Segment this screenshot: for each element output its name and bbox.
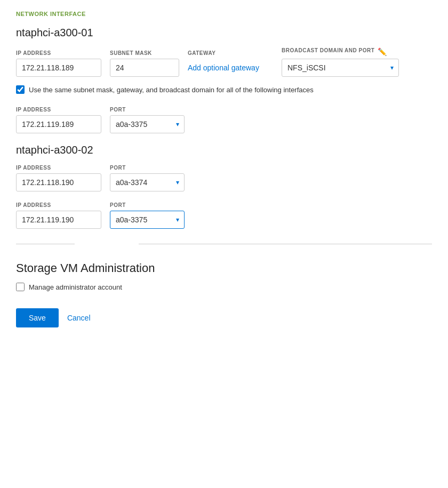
- node1-ip-group: IP ADDRESS: [16, 50, 101, 77]
- node1-sub-fields: IP ADDRESS PORT a0a-3375 a0a-3374 e0a e0…: [16, 107, 432, 133]
- node2-int2-port-select[interactable]: a0a-3375 a0a-3374 e0a e0b: [110, 211, 185, 229]
- node2-int2-fields: IP ADDRESS PORT a0a-3375 a0a-3374 e0a e0…: [16, 202, 432, 229]
- node2-interface1: IP ADDRESS PORT a0a-3374 a0a-3375 e0a e0…: [16, 165, 432, 191]
- node2-int1-port-wrapper: a0a-3374 a0a-3375 e0a e0b ▾: [110, 173, 185, 191]
- node1-broadcast-group: BROADCAST DOMAIN AND PORT ✏️ NFS_iSCSI D…: [282, 47, 399, 77]
- node1-section: ntaphci-a300-01 IP ADDRESS SUBNET MASK G…: [16, 27, 432, 133]
- node2-title: ntaphci-a300-02: [16, 144, 432, 156]
- node1-broadcast-select[interactable]: NFS_iSCSI Default: [282, 59, 399, 77]
- storage-vm-section: Storage VM Administration Manage adminis…: [16, 261, 432, 327]
- node1-title: ntaphci-a300-01: [16, 27, 432, 39]
- same-subnet-row: Use the same subnet mask, gateway, and b…: [16, 85, 432, 94]
- node1-sub-port-group: PORT a0a-3375 a0a-3374 e0a e0b ▾: [110, 107, 185, 133]
- node1-sub-ip-label: IP ADDRESS: [16, 107, 101, 113]
- section-dividers: [16, 239, 432, 244]
- node2-int1-port-select[interactable]: a0a-3374 a0a-3375 e0a e0b: [110, 173, 185, 191]
- cancel-button[interactable]: Cancel: [67, 308, 91, 327]
- node2-section: ntaphci-a300-02 IP ADDRESS PORT a0a-3374…: [16, 144, 432, 229]
- node1-sub-ip-group: IP ADDRESS: [16, 107, 101, 133]
- node1-broadcast-wrapper: NFS_iSCSI Default ▾: [282, 59, 399, 77]
- same-subnet-label: Use the same subnet mask, gateway, and b…: [29, 86, 314, 94]
- manage-admin-checkbox[interactable]: [16, 283, 25, 291]
- node2-int2-ip-group: IP ADDRESS: [16, 202, 101, 229]
- node1-sub-ip-input[interactable]: [16, 115, 101, 133]
- node1-sub-port-select[interactable]: a0a-3375 a0a-3374 e0a e0b: [110, 115, 185, 133]
- node1-subnet-input[interactable]: [110, 59, 179, 77]
- button-row: Save Cancel: [16, 308, 432, 327]
- same-subnet-checkbox[interactable]: [16, 85, 25, 94]
- node2-int2-port-label: PORT: [110, 202, 185, 208]
- node1-gateway-group: GATEWAY Add optional gateway: [188, 50, 273, 77]
- node1-gateway-label: GATEWAY: [188, 50, 273, 56]
- node2-int1-port-group: PORT a0a-3374 a0a-3375 e0a e0b ▾: [110, 165, 185, 191]
- node2-int2-port-group: PORT a0a-3375 a0a-3374 e0a e0b ▾: [110, 202, 185, 229]
- node2-interface2: IP ADDRESS PORT a0a-3375 a0a-3374 e0a e0…: [16, 202, 432, 229]
- node2-int2-port-wrapper: a0a-3375 a0a-3374 e0a e0b ▾: [110, 211, 185, 229]
- divider-right: [139, 244, 432, 244]
- node2-int1-fields: IP ADDRESS PORT a0a-3374 a0a-3375 e0a e0…: [16, 165, 432, 191]
- node1-subnet-group: SUBNET MASK: [110, 50, 179, 77]
- page-title: NETWORK INTERFACE: [16, 11, 432, 17]
- manage-admin-row: Manage administrator account: [16, 283, 432, 291]
- node2-int1-ip-label: IP ADDRESS: [16, 165, 101, 171]
- node2-int2-ip-label: IP ADDRESS: [16, 202, 101, 208]
- node2-int1-ip-input[interactable]: [16, 173, 101, 191]
- node2-int1-port-label: PORT: [110, 165, 185, 171]
- node1-ip-input[interactable]: [16, 59, 101, 77]
- add-gateway-link[interactable]: Add optional gateway: [188, 59, 273, 77]
- node1-primary-fields: IP ADDRESS SUBNET MASK GATEWAY Add optio…: [16, 47, 432, 77]
- manage-admin-label: Manage administrator account: [29, 283, 122, 291]
- node1-sub-port-wrapper: a0a-3375 a0a-3374 e0a e0b ▾: [110, 115, 185, 133]
- node1-sub-interface: IP ADDRESS PORT a0a-3375 a0a-3374 e0a e0…: [16, 107, 432, 133]
- node1-ip-label: IP ADDRESS: [16, 50, 101, 56]
- node1-sub-port-label: PORT: [110, 107, 185, 113]
- node2-int1-ip-group: IP ADDRESS: [16, 165, 101, 191]
- save-button[interactable]: Save: [16, 308, 59, 327]
- divider-left: [16, 244, 75, 244]
- node1-subnet-label: SUBNET MASK: [110, 50, 179, 56]
- node2-int2-ip-input[interactable]: [16, 211, 101, 229]
- edit-broadcast-icon[interactable]: ✏️: [378, 47, 387, 56]
- storage-vm-title: Storage VM Administration: [16, 261, 432, 275]
- broadcast-header: BROADCAST DOMAIN AND PORT ✏️: [282, 47, 399, 56]
- node1-broadcast-label: BROADCAST DOMAIN AND PORT: [282, 47, 374, 53]
